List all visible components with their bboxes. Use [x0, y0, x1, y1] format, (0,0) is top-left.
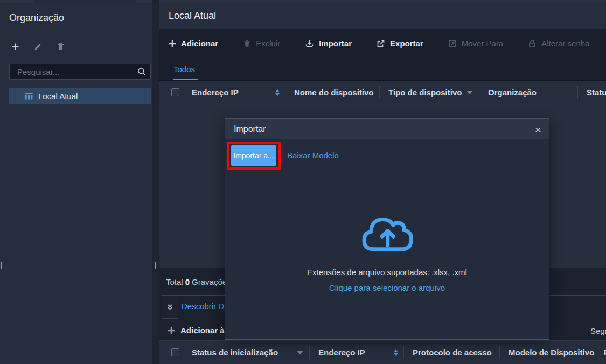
cloud-upload-icon — [359, 211, 416, 257]
pencil-icon — [34, 43, 42, 51]
move-to-button[interactable]: Mover Para — [448, 39, 504, 48]
main-header: Local Atual — [159, 3, 606, 29]
sidebar-item-local-atual[interactable]: Local Atual — [9, 88, 151, 104]
lock-icon — [528, 39, 537, 48]
upload-dropzone[interactable] — [225, 211, 549, 257]
device-toolbar: Adicionar Excluir Importar — [159, 29, 606, 58]
sort-icon[interactable] — [394, 349, 398, 356]
change-password-button[interactable]: Alterar senha — [528, 39, 589, 48]
divider — [9, 31, 151, 31]
search-input[interactable] — [17, 67, 137, 76]
plus-icon — [169, 40, 176, 47]
tab-todos[interactable]: Todos — [173, 65, 198, 80]
import-dialog-header: Importar × — [225, 119, 549, 139]
column-status-inicializacao[interactable]: Status de inicialização — [183, 346, 310, 359]
dialog-title: Importar — [234, 124, 266, 134]
device-manager-window: Organização — [0, 0, 606, 364]
select-all-checkbox[interactable] — [171, 348, 179, 356]
import-icon — [305, 39, 314, 48]
download-template-link[interactable]: Baixar Modelo — [287, 151, 339, 160]
column-endereco-ip[interactable]: Endereço IP — [183, 86, 285, 99]
column-porta[interactable]: Porta — [595, 346, 606, 359]
select-file-link[interactable]: Clique para selecionar o arquivo — [225, 283, 549, 292]
delete-organization-button[interactable] — [54, 40, 66, 52]
discover-table-header: Status de inicialização Endereço IP Prot… — [159, 340, 606, 364]
close-icon[interactable]: × — [535, 124, 541, 135]
select-all-cell — [159, 86, 183, 99]
select-all-checkbox[interactable] — [171, 88, 179, 96]
organization-icon — [24, 92, 33, 100]
filter-caret-icon[interactable] — [467, 91, 472, 94]
sidebar-title: Organização — [9, 12, 64, 24]
column-nome-dispositivo[interactable]: Nome do dispositivo — [285, 86, 380, 99]
tree-item-label: Local Atual — [38, 92, 78, 101]
column-status-dispositivo[interactable]: Status do Dispositivo — [578, 86, 606, 99]
import-dialog: Importar × Importar a... Baixar Modelo E… — [225, 118, 549, 340]
add-device-button[interactable]: Adicionar — [169, 39, 218, 48]
page-title: Local Atual — [169, 10, 216, 22]
trash-icon — [243, 39, 251, 47]
column-organizacao[interactable]: Organização — [479, 86, 578, 99]
import-button[interactable]: Importar — [305, 39, 352, 48]
column-modelo-dispositivo[interactable]: Modelo de Dispositivo — [500, 346, 595, 359]
segment-label: Segmento — [590, 326, 606, 335]
organization-search-box — [9, 64, 151, 80]
search-icon[interactable] — [137, 67, 146, 76]
filter-caret-icon[interactable] — [297, 351, 303, 354]
device-table-header: Endereço IP Nome do dispositivo Tipo de … — [159, 81, 606, 103]
device-tabs: Todos — [159, 58, 606, 81]
chevron-double-down-icon — [166, 304, 173, 311]
collapse-panel-button[interactable] — [162, 295, 178, 319]
column-protocolo-acesso[interactable]: Protocolo de acesso — [404, 346, 500, 359]
add-organization-button[interactable] — [9, 40, 21, 52]
column-endereco-ip[interactable]: Endereço IP — [310, 346, 404, 359]
delete-device-button[interactable]: Excluir — [243, 39, 280, 48]
splitter-handle-right[interactable] — [155, 262, 158, 269]
sort-icon[interactable] — [275, 89, 280, 96]
export-button[interactable]: Exportar — [377, 39, 423, 48]
organization-actions — [9, 40, 66, 52]
plus-icon — [11, 43, 19, 51]
move-to-icon — [448, 39, 457, 48]
splitter-handle-left[interactable] — [1, 262, 4, 269]
divider — [234, 172, 541, 172]
supported-extensions-text: Extensões de arquivo suportadas: .xlsx, … — [225, 268, 549, 277]
select-all-cell — [159, 346, 183, 359]
panel-splitter[interactable] — [152, 3, 159, 364]
edit-organization-button[interactable] — [32, 40, 44, 52]
plus-icon — [168, 327, 175, 334]
column-tipo-dispositivo[interactable]: Tipo de dispositivo — [380, 86, 479, 99]
record-count: Total0Gravações — [166, 277, 231, 286]
export-icon — [377, 39, 385, 48]
organization-sidebar: Organização — [0, 3, 152, 364]
trash-icon — [57, 43, 65, 51]
import-file-button[interactable]: Importar a... — [231, 145, 276, 166]
